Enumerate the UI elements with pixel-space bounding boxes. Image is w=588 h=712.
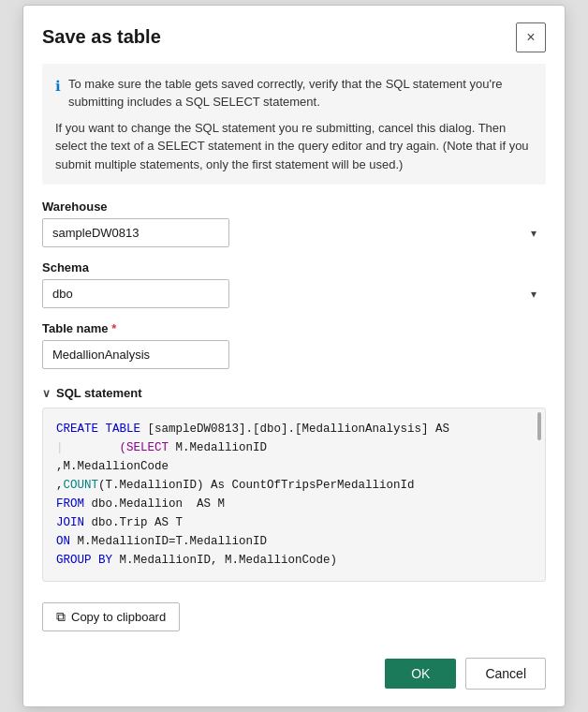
info-primary-text: To make sure the table gets saved correc… [68, 75, 533, 111]
copy-to-clipboard-button[interactable]: ⧉ Copy to clipboard [42, 602, 180, 631]
warehouse-select-wrapper: sampleDW0813 ▾ [42, 218, 546, 247]
schema-select[interactable]: dbo [42, 279, 229, 308]
close-button[interactable]: × [516, 22, 546, 52]
copy-row: ⧉ Copy to clipboard [23, 595, 565, 646]
copy-btn-label: Copy to clipboard [71, 610, 166, 624]
sql-line-1: CREATE TABLE [sampleDW0813].[dbo].[Medal… [56, 420, 532, 438]
save-as-table-dialog: Save as table × ℹ To make sure the table… [22, 5, 566, 708]
warehouse-label: Warehouse [42, 200, 546, 214]
sql-section-label: SQL statement [56, 386, 142, 400]
info-primary-row: ℹ To make sure the table gets saved corr… [55, 75, 533, 111]
sql-line-7: ON M.MedallionID=T.MedallionID [56, 532, 532, 551]
copy-icon: ⧉ [56, 609, 66, 625]
ok-button[interactable]: OK [385, 659, 456, 689]
sql-line-6: JOIN dbo.Trip AS T [56, 513, 532, 532]
dialog-title: Save as table [42, 26, 161, 48]
scrollbar[interactable] [537, 412, 541, 440]
dialog-header: Save as table × [23, 6, 565, 64]
schema-chevron-icon: ▾ [531, 288, 537, 301]
warehouse-select[interactable]: sampleDW0813 [42, 218, 229, 247]
sql-line-4: ,COUNT(T.MedallionID) As CountOfTripsPer… [56, 476, 532, 495]
sql-line-5: FROM dbo.Medallion AS M [56, 495, 532, 513]
sql-line-3: ,M.MedallionCode [56, 457, 532, 476]
info-icon: ℹ [55, 76, 61, 97]
table-name-input[interactable] [42, 340, 229, 369]
sql-line-8: GROUP BY M.MedallionID, M.MedallionCode) [56, 551, 532, 570]
sql-code-box: CREATE TABLE [sampleDW0813].[dbo].[Medal… [42, 408, 546, 582]
warehouse-chevron-icon: ▾ [531, 227, 537, 240]
table-name-label: Table name [42, 321, 546, 335]
schema-select-wrapper: dbo ▾ [42, 279, 546, 308]
info-secondary-text: If you want to change the SQL statement … [55, 121, 529, 171]
form-section: Warehouse sampleDW0813 ▾ Schema dbo ▾ Ta… [23, 200, 565, 382]
sql-line-2: | (SELECT M.MedallionID [56, 438, 532, 457]
schema-label: Schema [42, 260, 546, 274]
chevron-icon: ∨ [42, 387, 51, 400]
sql-section-header[interactable]: ∨ SQL statement [42, 386, 546, 400]
cancel-button[interactable]: Cancel [465, 658, 546, 690]
dialog-footer: OK Cancel [23, 646, 565, 706]
info-box: ℹ To make sure the table gets saved corr… [42, 64, 546, 185]
